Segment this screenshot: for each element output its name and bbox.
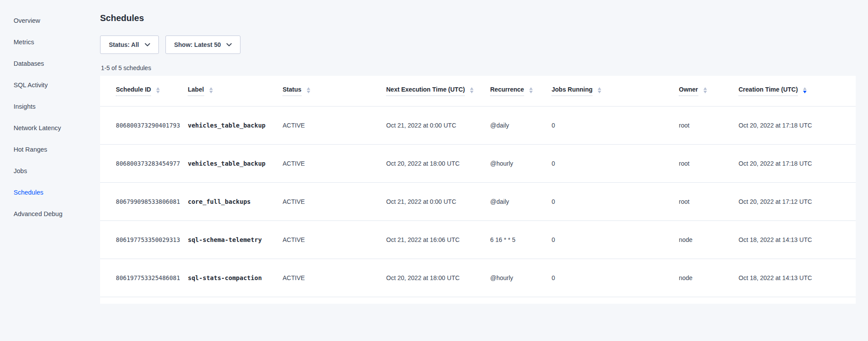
- label-cell: vehicles_table_backup: [188, 160, 283, 167]
- sidebar-item-metrics[interactable]: Metrics: [14, 32, 100, 53]
- table-footer-spacer: [100, 297, 856, 304]
- column-header-label[interactable]: Label: [188, 86, 283, 96]
- chevron-down-icon: [145, 43, 150, 46]
- label-cell: core_full_backups: [188, 198, 283, 205]
- jobs-running-cell: 0: [552, 198, 679, 205]
- chevron-down-icon: [226, 43, 232, 46]
- column-header-status[interactable]: Status: [283, 86, 386, 96]
- recurrence-cell: @hourly: [490, 160, 552, 167]
- table-row: 806800373290401793 vehicles_table_backup…: [100, 107, 856, 145]
- sidebar: Overview Metrics Databases SQL Activity …: [0, 0, 100, 341]
- filter-bar: Status: All Show: Latest 50: [100, 36, 856, 54]
- table-header-row: Schedule ID Label Status Next Execution …: [100, 76, 856, 107]
- app-window: Overview Metrics Databases SQL Activity …: [0, 0, 868, 341]
- table-row: 806799098533806081 core_full_backups ACT…: [100, 183, 856, 221]
- next-execution-cell: Oct 20, 2022 at 18:00 UTC: [386, 274, 490, 281]
- table-row: 806800373283454977 vehicles_table_backup…: [100, 145, 856, 183]
- sort-icon: [470, 87, 473, 93]
- next-execution-cell: Oct 21, 2022 at 16:06 UTC: [386, 236, 490, 243]
- creation-time-cell: Oct 20, 2022 at 17:18 UTC: [739, 160, 840, 167]
- jobs-running-cell: 0: [552, 122, 679, 129]
- jobs-running-cell: 0: [552, 274, 679, 281]
- owner-cell: root: [679, 122, 739, 129]
- creation-time-cell: Oct 18, 2022 at 14:13 UTC: [739, 274, 840, 281]
- owner-cell: node: [679, 236, 739, 243]
- next-execution-cell: Oct 21, 2022 at 0:00 UTC: [386, 198, 490, 205]
- sidebar-item-sql-activity[interactable]: SQL Activity: [14, 75, 100, 96]
- schedule-id-cell: 806800373290401793: [116, 122, 188, 129]
- schedule-id-cell: 806197753350029313: [116, 236, 188, 243]
- status-cell: ACTIVE: [283, 122, 386, 129]
- sort-desc-icon: [803, 87, 807, 93]
- sort-icon: [209, 87, 213, 93]
- sort-icon: [703, 87, 707, 93]
- status-filter-label: Status: All: [109, 41, 139, 48]
- creation-time-cell: Oct 20, 2022 at 17:12 UTC: [739, 198, 840, 205]
- jobs-running-cell: 0: [552, 160, 679, 167]
- sidebar-item-network-latency[interactable]: Network Latency: [14, 117, 100, 139]
- owner-cell: root: [679, 198, 739, 205]
- schedule-id-cell: 806800373283454977: [116, 160, 188, 167]
- sidebar-item-schedules[interactable]: Schedules: [14, 182, 100, 203]
- schedule-id-cell: 806197753325486081: [116, 274, 188, 281]
- column-header-creation-time[interactable]: Creation Time (UTC): [739, 86, 840, 96]
- recurrence-cell: 6 16 * * 5: [490, 236, 552, 243]
- sidebar-item-advanced-debug[interactable]: Advanced Debug: [14, 203, 100, 225]
- status-cell: ACTIVE: [283, 198, 386, 205]
- next-execution-cell: Oct 21, 2022 at 0:00 UTC: [386, 122, 490, 129]
- column-header-next-execution-time[interactable]: Next Execution Time (UTC): [386, 86, 490, 96]
- status-cell: ACTIVE: [283, 274, 386, 281]
- page-title: Schedules: [100, 13, 856, 23]
- table-row: 806197753325486081 sql-stats-compaction …: [100, 259, 856, 297]
- table-row: 806197753350029313 sql-schema-telemetry …: [100, 221, 856, 259]
- label-cell: sql-stats-compaction: [188, 274, 283, 281]
- next-execution-cell: Oct 20, 2022 at 18:00 UTC: [386, 160, 490, 167]
- show-filter-dropdown[interactable]: Show: Latest 50: [165, 36, 241, 54]
- status-cell: ACTIVE: [283, 160, 386, 167]
- sidebar-item-jobs[interactable]: Jobs: [14, 160, 100, 182]
- creation-time-cell: Oct 20, 2022 at 17:18 UTC: [739, 122, 840, 129]
- sort-icon: [156, 87, 160, 93]
- sidebar-item-overview[interactable]: Overview: [14, 10, 100, 32]
- owner-cell: root: [679, 160, 739, 167]
- recurrence-cell: @hourly: [490, 274, 552, 281]
- schedules-table: Schedule ID Label Status Next Execution …: [100, 76, 856, 304]
- creation-time-cell: Oct 18, 2022 at 14:13 UTC: [739, 236, 840, 243]
- sidebar-item-hot-ranges[interactable]: Hot Ranges: [14, 139, 100, 160]
- jobs-running-cell: 0: [552, 236, 679, 243]
- main-content: Schedules Status: All Show: Latest 50 1-…: [100, 0, 868, 341]
- column-header-recurrence[interactable]: Recurrence: [490, 86, 552, 96]
- sidebar-item-insights[interactable]: Insights: [14, 96, 100, 117]
- recurrence-cell: @daily: [490, 122, 552, 129]
- column-header-schedule-id[interactable]: Schedule ID: [116, 86, 188, 96]
- column-header-owner[interactable]: Owner: [679, 86, 739, 96]
- sort-icon: [598, 87, 601, 93]
- results-count: 1-5 of 5 schedules: [101, 64, 856, 71]
- label-cell: sql-schema-telemetry: [188, 236, 283, 243]
- status-filter-dropdown[interactable]: Status: All: [100, 36, 159, 54]
- recurrence-cell: @daily: [490, 198, 552, 205]
- sort-icon: [529, 87, 533, 93]
- sidebar-item-databases[interactable]: Databases: [14, 53, 100, 75]
- label-cell: vehicles_table_backup: [188, 122, 283, 129]
- show-filter-label: Show: Latest 50: [174, 41, 221, 48]
- column-header-jobs-running[interactable]: Jobs Running: [552, 86, 679, 96]
- status-cell: ACTIVE: [283, 236, 386, 243]
- owner-cell: node: [679, 274, 739, 281]
- schedule-id-cell: 806799098533806081: [116, 198, 188, 205]
- sort-icon: [307, 87, 310, 93]
